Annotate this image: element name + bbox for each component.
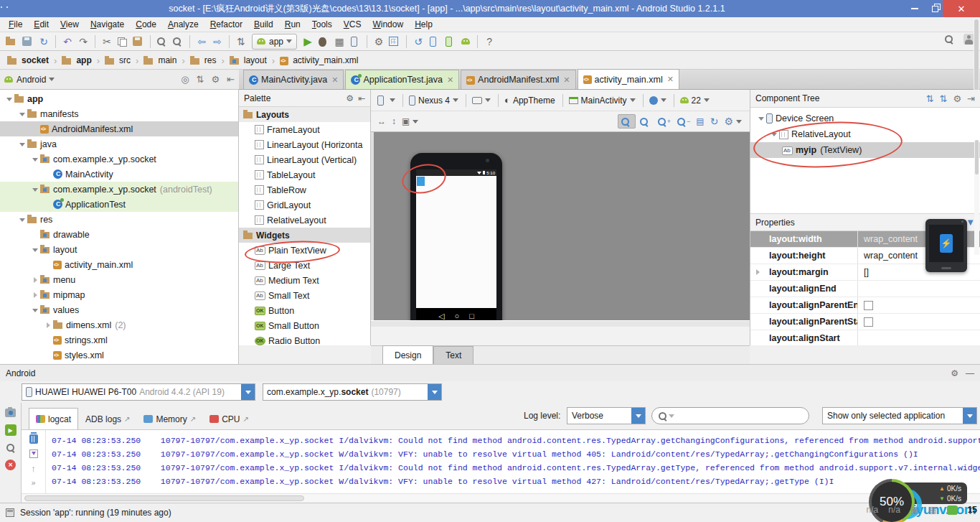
- tab-adb-logs[interactable]: ADB logs↗: [79, 409, 136, 429]
- chevron-down-icon[interactable]: [769, 129, 779, 139]
- close-icon[interactable]: ✕: [667, 75, 674, 84]
- chevron-right-icon[interactable]: [43, 320, 53, 330]
- attach-debugger-icon[interactable]: [347, 34, 363, 50]
- undo-icon[interactable]: ↶: [60, 34, 75, 50]
- process-selector[interactable]: com.example.x_yp.socket (10797): [263, 383, 442, 401]
- export-log-icon[interactable]: [29, 449, 38, 458]
- redo-icon[interactable]: ↷: [75, 34, 91, 50]
- clear-log-icon[interactable]: [29, 434, 38, 444]
- palette-item-linearlayout-v[interactable]: LinearLayout (Vertical): [239, 152, 370, 167]
- chevron-down-icon[interactable]: [241, 384, 255, 400]
- property-row-layout-alignparentstart[interactable]: layout:alignParentStart: [750, 314, 980, 330]
- tree-item-package-androidtest[interactable]: com.example.x_yp.socket(androidTest): [0, 182, 238, 197]
- tab-mainactivity-java[interactable]: MainActivity.java✕: [243, 70, 344, 89]
- palette-item-relativelayout[interactable]: RelativeLayout: [239, 213, 370, 228]
- chevron-down-icon[interactable]: [30, 305, 40, 315]
- chevron-down-icon[interactable]: [756, 113, 766, 123]
- zoom-mode-dropdown[interactable]: ▣: [400, 114, 420, 129]
- component-myip-textview[interactable]: myip(TextView): [750, 142, 980, 158]
- tree-item-layout[interactable]: layout: [0, 242, 238, 257]
- gear-icon[interactable]: ⚙: [211, 74, 220, 85]
- save-all-icon[interactable]: [20, 34, 36, 50]
- device-monitor-icon[interactable]: [426, 34, 442, 50]
- tree-item-dimens[interactable]: dimens.xml(2): [0, 317, 238, 332]
- menu-edit[interactable]: Edit: [28, 18, 55, 31]
- tab-androidmanifest-xml[interactable]: AndroidManifest.xml✕: [461, 70, 575, 89]
- tab-memory[interactable]: Memory↗: [137, 409, 202, 429]
- breadcrumb-src[interactable]: src: [103, 55, 132, 65]
- palette-item-linearlayout-h[interactable]: LinearLayout (Horizonta: [239, 137, 370, 152]
- zoom-in-icon[interactable]: +: [655, 114, 673, 129]
- tree-item-java[interactable]: java: [0, 136, 238, 152]
- locale-dropdown[interactable]: [647, 93, 669, 108]
- chevron-right-icon[interactable]: [756, 269, 763, 275]
- preview-xml-icon[interactable]: ▤: [694, 114, 706, 129]
- gear-icon[interactable]: ⚙: [951, 369, 958, 378]
- back-icon[interactable]: ⇦: [194, 34, 209, 50]
- fit-width-icon[interactable]: ↔: [375, 114, 388, 129]
- palette-item-tablelayout[interactable]: TableLayout: [239, 167, 370, 182]
- tree-item-mainactivity[interactable]: MainActivity: [0, 167, 238, 182]
- chevron-down-icon[interactable]: [30, 185, 40, 195]
- device-dropdown[interactable]: Nexus 4: [407, 93, 461, 108]
- device-selector[interactable]: HUAWEI HUAWEI P6-T00 Android 4.4.2 (API …: [22, 383, 255, 401]
- zoom-fit-icon[interactable]: [618, 114, 636, 129]
- cut-icon[interactable]: ✂: [99, 34, 115, 50]
- tab-text[interactable]: Text: [433, 346, 473, 364]
- gear-icon[interactable]: ⚙: [953, 93, 961, 104]
- avd-manager-icon[interactable]: [442, 34, 458, 50]
- api-level-dropdown[interactable]: 22: [678, 93, 712, 108]
- minimize-button[interactable]: [905, 0, 924, 17]
- breadcrumb-app[interactable]: app: [60, 55, 93, 65]
- layout-inspector-icon[interactable]: [6, 443, 15, 452]
- checkbox[interactable]: [864, 317, 873, 327]
- activity-dropdown[interactable]: MainActivity: [567, 93, 638, 108]
- breadcrumb-main[interactable]: main: [142, 55, 178, 65]
- tree-item-menu[interactable]: menu: [0, 272, 238, 287]
- orientation-dropdown[interactable]: [470, 93, 493, 108]
- forward-icon[interactable]: ⇨: [209, 34, 225, 50]
- menu-run[interactable]: Run: [279, 18, 306, 31]
- palette-item-medium-text[interactable]: Medium Text: [239, 273, 370, 288]
- chevron-right-icon[interactable]: [30, 275, 40, 285]
- tree-item-applicationtest[interactable]: ApplicationTest: [0, 197, 238, 212]
- tab-activity-main-xml[interactable]: activity_main.xml✕: [578, 69, 679, 89]
- chevron-down-icon[interactable]: [428, 384, 441, 400]
- palette-item-plain-textview[interactable]: Plain TextView: [239, 243, 370, 258]
- selected-textview-widget[interactable]: [417, 177, 425, 186]
- checkbox[interactable]: [864, 301, 873, 310]
- scroll-to-top-icon[interactable]: ↑: [31, 464, 36, 473]
- breadcrumb-res[interactable]: res: [189, 55, 218, 65]
- refresh-icon[interactable]: ↻: [708, 114, 721, 129]
- component-relativelayout[interactable]: RelativeLayout: [750, 126, 980, 142]
- palette-item-small-text[interactable]: Small Text: [239, 288, 370, 303]
- copy-icon[interactable]: [115, 34, 131, 50]
- tree-item-app[interactable]: app: [0, 91, 238, 106]
- menu-help[interactable]: Help: [409, 18, 438, 31]
- menu-code[interactable]: Code: [130, 18, 162, 31]
- coverage-icon[interactable]: ▦: [331, 34, 347, 50]
- design-canvas[interactable]: 5:10 ◁○□: [371, 131, 750, 327]
- avatar-icon[interactable]: [963, 34, 974, 45]
- zoom-out-icon[interactable]: −: [674, 114, 692, 129]
- zoom-actual-icon[interactable]: [637, 114, 654, 129]
- gradle-sync-icon[interactable]: ↺: [410, 34, 426, 50]
- tree-item-values[interactable]: values: [0, 302, 238, 317]
- palette-group-layouts[interactable]: Layouts: [239, 107, 370, 122]
- chevron-down-icon[interactable]: [17, 109, 27, 119]
- properties-scrollbar[interactable]: [974, 140, 979, 255]
- chevron-down-icon[interactable]: [30, 245, 40, 255]
- chevron-down-icon[interactable]: [49, 78, 55, 84]
- palette-item-gridlayout[interactable]: GridLayout: [239, 197, 370, 213]
- menu-file[interactable]: File: [3, 18, 28, 31]
- chevron-down-icon[interactable]: [17, 215, 27, 225]
- help-icon[interactable]: ?: [481, 34, 497, 50]
- tree-item-styles[interactable]: styles.xml: [0, 348, 238, 363]
- tab-cpu[interactable]: CPU↗: [203, 409, 255, 429]
- menu-navigate[interactable]: Navigate: [85, 18, 130, 31]
- menu-tools[interactable]: Tools: [306, 18, 338, 31]
- fit-height-icon[interactable]: ↕: [390, 114, 398, 129]
- tree-item-package-socket[interactable]: com.example.x_yp.socket: [0, 152, 238, 167]
- terminate-application-icon[interactable]: ✕: [5, 460, 16, 470]
- search-history-chevron[interactable]: [669, 414, 674, 421]
